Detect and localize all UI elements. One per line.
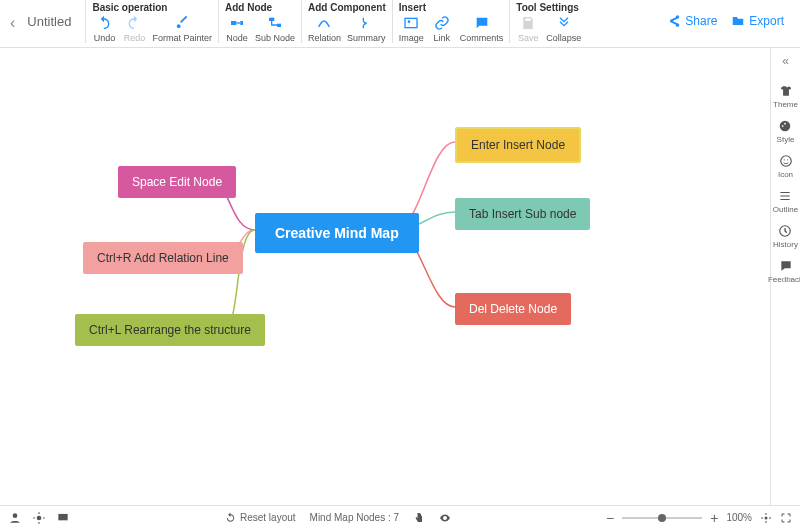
node-ctrl-r[interactable]: Ctrl+R Add Relation Line — [83, 242, 243, 274]
link-button[interactable]: Link — [430, 15, 454, 43]
svg-point-11 — [783, 159, 784, 160]
node-enter-insert[interactable]: Enter Insert Node — [455, 127, 581, 163]
relation-icon — [316, 15, 332, 31]
svg-point-10 — [780, 156, 791, 167]
redo-icon — [126, 15, 142, 31]
status-bar: Reset layout Mind Map Nodes : 7 − + 100% — [0, 505, 800, 529]
redo-button[interactable]: Redo — [122, 15, 146, 43]
svg-rect-1 — [240, 21, 243, 25]
subnode-icon — [267, 15, 283, 31]
back-button[interactable]: ‹ — [8, 0, 23, 32]
group-addnode-label: Add Node — [225, 2, 295, 13]
node-ctrl-l[interactable]: Ctrl+L Rearrange the structure — [75, 314, 265, 346]
svg-point-5 — [408, 20, 411, 23]
user-icon[interactable] — [8, 511, 22, 525]
sidebar-icon[interactable]: Icon — [778, 154, 793, 179]
eye-icon[interactable] — [439, 512, 451, 524]
subnode-button[interactable]: Sub Node — [255, 15, 295, 43]
link-icon — [434, 15, 450, 31]
nodes-count: Mind Map Nodes : 7 — [310, 512, 400, 523]
node-del-delete[interactable]: Del Delete Node — [455, 293, 571, 325]
svg-point-7 — [780, 121, 791, 132]
svg-rect-0 — [231, 21, 236, 25]
share-icon — [667, 14, 681, 28]
center-node[interactable]: Creative Mind Map — [255, 213, 419, 253]
relation-button[interactable]: Relation — [308, 15, 341, 43]
export-button[interactable]: Export — [731, 14, 784, 28]
toolbar-groups: Basic operation Undo Redo Format Painter… — [85, 0, 667, 43]
sidebar-outline[interactable]: Outline — [773, 189, 798, 214]
svg-rect-3 — [277, 24, 281, 27]
group-addcomponent-label: Add Component — [308, 2, 386, 13]
hand-icon[interactable] — [413, 512, 425, 524]
smile-icon — [779, 154, 793, 168]
svg-point-14 — [13, 513, 18, 518]
right-sidebar: « Theme Style Icon Outline History Feedb… — [770, 48, 800, 505]
node-icon — [229, 15, 245, 31]
sidebar-history[interactable]: History — [773, 224, 798, 249]
svg-point-9 — [782, 125, 784, 127]
sidebar-collapse-button[interactable]: « — [782, 54, 789, 68]
summary-icon — [358, 15, 374, 31]
group-addcomponent: Add Component Relation Summary — [301, 0, 392, 43]
svg-rect-2 — [269, 18, 274, 21]
node-space-edit[interactable]: Space Edit Node — [118, 166, 236, 198]
sidebar-style[interactable]: Style — [777, 119, 795, 144]
header-actions: Share Export — [667, 0, 792, 28]
group-insert-label: Insert — [399, 2, 504, 13]
zoom-slider[interactable] — [622, 517, 702, 519]
sidebar-theme[interactable]: Theme — [773, 84, 798, 109]
brush-icon — [174, 15, 190, 31]
save-button[interactable]: Save — [516, 15, 540, 43]
mindmap-canvas[interactable]: Creative Mind Map Enter Insert Node Tab … — [0, 48, 770, 505]
folder-icon — [731, 14, 745, 28]
summary-button[interactable]: Summary — [347, 15, 386, 43]
list-icon — [778, 189, 792, 203]
node-button[interactable]: Node — [225, 15, 249, 43]
zoom-in-button[interactable]: + — [710, 510, 718, 526]
center-icon[interactable] — [760, 512, 772, 524]
presentation-icon[interactable] — [56, 511, 70, 525]
reset-icon — [225, 512, 236, 523]
svg-point-8 — [785, 123, 787, 125]
connection-lines — [0, 48, 770, 505]
svg-point-17 — [765, 516, 768, 519]
clock-icon — [778, 224, 792, 238]
svg-point-12 — [787, 159, 788, 160]
comments-button[interactable]: Comments — [460, 15, 504, 43]
zoom-out-button[interactable]: − — [606, 510, 614, 526]
share-button[interactable]: Share — [667, 14, 717, 28]
image-icon — [403, 15, 419, 31]
reset-layout-button[interactable]: Reset layout — [225, 512, 296, 523]
group-toolsettings-label: Tool Settings — [516, 2, 581, 13]
save-icon — [520, 15, 536, 31]
sun-icon[interactable] — [32, 511, 46, 525]
collapse-button[interactable]: Collapse — [546, 15, 581, 43]
collapse-icon — [556, 15, 572, 31]
sidebar-feedback[interactable]: Feedback — [768, 259, 800, 284]
svg-rect-4 — [405, 18, 417, 27]
group-insert: Insert Image Link Comments — [392, 0, 510, 43]
comment-icon — [474, 15, 490, 31]
palette-icon — [778, 119, 792, 133]
node-tab-insert[interactable]: Tab Insert Sub node — [455, 198, 590, 230]
tshirt-icon — [779, 84, 793, 98]
svg-point-15 — [37, 515, 42, 520]
format-painter-button[interactable]: Format Painter — [152, 15, 212, 43]
group-toolsettings: Tool Settings Save Collapse — [509, 0, 587, 43]
image-button[interactable]: Image — [399, 15, 424, 43]
topbar: ‹ Untitled Basic operation Undo Redo For… — [0, 0, 800, 48]
undo-icon — [96, 15, 112, 31]
svg-rect-16 — [58, 513, 67, 519]
zoom-value: 100% — [726, 512, 752, 523]
group-basic-label: Basic operation — [92, 2, 212, 13]
group-basic: Basic operation Undo Redo Format Painter — [85, 0, 218, 43]
group-addnode: Add Node Node Sub Node — [218, 0, 301, 43]
undo-button[interactable]: Undo — [92, 15, 116, 43]
chat-icon — [779, 259, 793, 273]
fullscreen-icon[interactable] — [780, 512, 792, 524]
document-title[interactable]: Untitled — [23, 0, 85, 29]
